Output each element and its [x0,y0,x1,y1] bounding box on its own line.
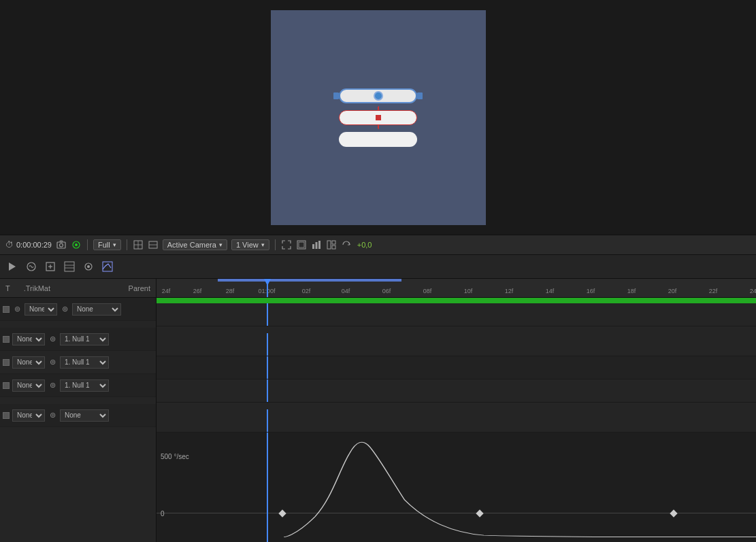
view-dropdown[interactable]: 1 View [231,239,269,250]
ruler-label-06f: 06f [382,288,391,294]
shape-2-icon [376,115,381,120]
layer-2-spiral[interactable]: ⊚ [48,335,57,344]
shape-layer-3 [339,132,417,147]
composition-view [271,10,486,225]
tl-playhead-5 [267,409,268,432]
layer-4-spiral[interactable]: ⊚ [48,381,57,390]
ruler-label-28f: 28f [226,288,235,294]
layer-row-5: None ⊚ None [0,404,156,427]
layer-5-mode[interactable]: None [12,409,45,422]
layer-3-mode[interactable]: None [12,356,45,369]
quality-dropdown[interactable]: Full [93,239,121,250]
graph-area: 500 °/sec 0 [157,433,756,542]
svg-rect-11 [299,242,304,248]
divider-2 [127,239,127,250]
svg-rect-14 [318,241,321,249]
new-comp-icon[interactable] [44,260,57,273]
render-queue-icon[interactable] [63,260,76,273]
render-icon[interactable] [296,239,307,250]
layer-1-parent-spiral[interactable]: ⊚ [60,305,69,314]
ruler-label-12f: 12f [505,288,514,294]
timeline-rows [157,303,756,433]
playhead-ruler-line[interactable] [267,279,268,297]
svg-rect-17 [332,245,335,249]
tl-row-4 [157,379,756,403]
timeline-main: T .TrikMat Parent ⊚ None ⊚ None [0,279,756,542]
grid-icon[interactable] [133,239,144,250]
stats-icon[interactable] [311,239,322,250]
svg-rect-16 [332,241,335,244]
solo-icon[interactable] [5,260,19,273]
ruler-label-20f: 20f [668,288,677,294]
timeline-container: T .TrikMat Parent ⊚ None ⊚ None [0,255,756,542]
layer-1-mode[interactable]: None [24,303,57,316]
camera-dropdown[interactable]: Active Camera [163,239,227,250]
status-bar: ⏱ 0:00:00:29 Full Active Camera 1 View [0,235,756,255]
layer-spacer-1 [0,321,156,328]
ruler-label-10f: 10f [464,288,473,294]
preview-area [0,0,756,235]
svg-rect-23 [65,262,74,271]
layer-5-visible[interactable] [3,412,10,419]
layer-2-visible[interactable] [3,336,10,343]
layer-5-spiral[interactable]: ⊚ [48,411,57,420]
svg-rect-28 [103,262,112,271]
layer-2-mode[interactable]: None [12,333,45,345]
refresh-icon[interactable] [341,239,352,250]
svg-rect-12 [312,244,314,249]
layer-2-parent[interactable]: 1. Null 1 [60,333,109,345]
timecode-display: ⏱ 0:00:00:29 [5,240,52,250]
enable-expressions-icon[interactable] [24,260,38,273]
tl-spacer-2 [157,403,756,409]
ruler-label-22f: 22f [709,288,718,294]
graph-playhead [267,433,268,542]
graph-editor-icon[interactable] [101,260,114,273]
shape-layer-2 [339,110,417,125]
ruler-label-26f: 26f [193,288,202,294]
right-panel: 24f 26f 28f 01:00f 02f 04f 06f 08f 10f 1… [157,279,756,542]
svg-point-1 [60,243,63,247]
layer-1-parent[interactable]: None [72,303,121,316]
svg-marker-18 [9,262,16,271]
layer-3-visible[interactable] [3,359,10,366]
tl-row-5 [157,409,756,433]
layer-4-mode[interactable]: None [12,379,45,392]
green-bar [157,298,756,303]
graph-curve [157,433,756,542]
timecode-value: 0:00:00:29 [16,241,52,249]
divider-3 [275,239,276,250]
ruler-label-16f: 16f [587,288,595,294]
work-area-bar[interactable] [218,279,401,282]
tl-row-2 [157,333,756,356]
col-parent-label: Parent [129,284,150,292]
layer-3-spiral[interactable]: ⊚ [48,358,57,367]
ruler-label-24f-2: 24f [750,288,756,294]
layer-row-3: None ⊚ 1. Null 1 [0,351,156,374]
snapshot-icon[interactable] [56,239,67,250]
expand-icon[interactable] [281,239,292,250]
svg-rect-13 [315,242,317,249]
color-icon[interactable] [71,239,82,250]
mask-path-icon[interactable] [82,260,95,273]
svg-rect-0 [57,242,65,248]
layer-spacer-2 [0,397,156,404]
tl-spacer-1 [157,326,756,333]
col-trikmat-label: .TrikMat [24,284,50,292]
tl-playhead-4 [267,379,268,402]
ruler-label-24f: 24f [162,288,171,294]
layer-5-parent[interactable]: None [60,409,109,422]
svg-rect-2 [60,241,63,242]
layout-icon[interactable] [326,239,337,250]
layer-row-4: None ⊚ 1. Null 1 [0,374,156,397]
green-offset-value: +0,0 [357,241,372,249]
layer-3-parent[interactable]: 1. Null 1 [60,356,109,369]
timeline-toolbar [0,255,756,279]
layer-1-visible[interactable] [3,306,10,313]
timeline-ruler[interactable]: 24f 26f 28f 01:00f 02f 04f 06f 08f 10f 1… [157,279,756,298]
layer-4-visible[interactable] [3,382,10,389]
layer-1-spiral[interactable]: ⊚ [12,305,22,314]
divider-1 [87,239,88,250]
layer-4-parent[interactable]: 1. Null 1 [60,379,109,392]
proportions-icon[interactable] [148,239,159,250]
shape-layer-1 [339,88,417,103]
